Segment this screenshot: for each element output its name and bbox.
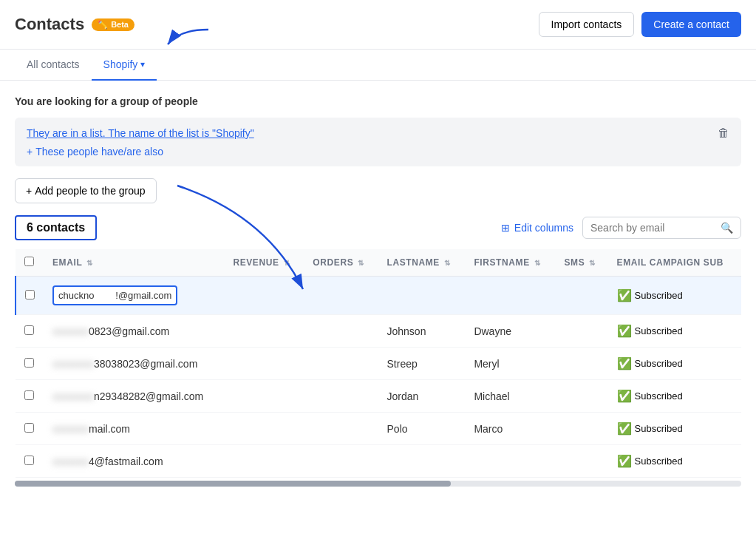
row-checkbox-cell[interactable] [16,315,44,348]
row-lastname-cell: Polo [378,413,466,445]
scrollbar-thumb[interactable] [15,481,451,487]
search-box: 🔍 [582,217,741,239]
row-revenue-cell [224,348,304,380]
row-checkbox[interactable] [24,358,34,368]
sort-sms-icon[interactable]: ⇅ [589,259,596,267]
columns-icon: ⊞ [501,222,510,234]
check-circle-icon: ✅ [617,422,632,436]
sort-lastname-icon[interactable]: ⇅ [444,259,451,267]
check-circle-icon: ✅ [617,288,632,302]
pencil-icon: ✏️ [98,20,108,30]
horizontal-scrollbar[interactable] [15,481,741,487]
row-email-cell[interactable]: xxxxxxxmail.com [44,413,224,445]
create-contact-button[interactable]: Create a contact [641,12,741,37]
subscribed-badge: ✅ Subscribed [617,422,732,436]
row-email-cell[interactable]: xxxxxxx0823@gmail.com [44,315,224,348]
row-firstname-cell [465,445,555,478]
table-row: chuckno !@gmail.com ✅ Subscribed [16,277,741,315]
email-value: xxxxxxx [52,456,89,467]
subscribed-badge: ✅ Subscribed [617,324,732,338]
subscribed-badge: ✅ Subscribed [617,288,732,302]
filter-also[interactable]: + These people have/are also [27,146,729,158]
row-sms-cell [555,348,607,380]
sort-email-icon[interactable]: ⇅ [86,259,93,267]
subscribed-badge: ✅ Subscribed [617,389,732,403]
tab-shopify[interactable]: Shopify ▾ [92,50,157,81]
row-revenue-cell [224,380,304,413]
row-checkbox-cell[interactable] [16,413,44,445]
row-revenue-cell [224,315,304,348]
row-checkbox-cell[interactable] [16,445,44,478]
col-orders: ORDERS ⇅ [304,249,378,277]
row-lastname-cell [378,277,466,315]
email-value: xxxxxxx [52,423,89,435]
select-all-checkbox[interactable] [24,257,34,266]
table-row: xxxxxxxmail.com Polo Marco ✅ Subscribed [16,413,741,445]
email-domain: 4@fastmail.com [89,456,163,467]
header-actions: Import contacts Create a contact [539,12,741,37]
row-email-cell[interactable]: chuckno !@gmail.com [44,277,224,315]
row-orders-cell [304,380,378,413]
contacts-row: 6 contacts ⊞ Edit columns 🔍 [15,215,741,240]
delete-filter-button[interactable]: 🗑 [718,126,729,140]
row-email-cell[interactable]: xxxxxxxx38038023@gmail.com [44,348,224,380]
check-circle-icon: ✅ [617,389,632,403]
filter-link[interactable]: They are in a list. The name of the list… [27,127,254,139]
row-email-cell[interactable]: xxxxxxxxn29348282@gmail.com [44,380,224,413]
check-circle-icon: ✅ [617,356,632,370]
row-checkbox-cell[interactable] [16,277,44,315]
table-row: xxxxxxx4@fastmail.com ✅ Subscribed [16,445,741,478]
row-checkbox[interactable] [24,325,34,335]
row-revenue-cell [224,413,304,445]
select-all-header[interactable] [16,249,44,277]
row-checkbox[interactable] [24,456,34,465]
row-checkbox-cell[interactable] [16,348,44,380]
row-sms-cell [555,413,607,445]
col-lastname: LASTNAME ⇅ [378,249,466,277]
row-orders-cell [304,277,378,315]
row-checkbox[interactable] [24,390,34,400]
add-people-button[interactable]: + Add people to the group [15,178,157,203]
chevron-down-icon: ▾ [140,59,145,70]
row-status-cell: ✅ Subscribed [608,413,741,445]
subscribed-badge: ✅ Subscribed [617,356,732,370]
sort-orders-icon[interactable]: ⇅ [358,259,364,267]
email-value: xxxxxxxx [52,358,94,370]
tab-all-contacts[interactable]: All contacts [15,50,92,81]
table-header-row: EMAIL ⇅ REVENUE ⇅ ORDERS ⇅ LASTNAME [16,249,741,277]
edit-columns-button[interactable]: ⊞ Edit columns [501,222,573,234]
app-title: Contacts [15,15,84,34]
row-firstname-cell: Dwayne [465,315,555,348]
header: Contacts ✏️ Beta Import contacts Create … [0,0,756,50]
section-title: You are looking for a group of people [15,95,741,107]
row-lastname-cell: Johnson [378,315,466,348]
row-firstname-cell: Michael [465,380,555,413]
col-sms: SMS ⇅ [555,249,607,277]
search-input[interactable] [590,222,716,234]
subscribed-badge: ✅ Subscribed [617,454,732,468]
sort-revenue-icon[interactable]: ⇅ [284,259,290,267]
email-domain: n29348282@gmail.com [94,390,203,402]
search-icon: 🔍 [721,222,733,234]
row-firstname-cell: Meryl [465,348,555,380]
row-checkbox-cell[interactable] [16,380,44,413]
row-checkbox[interactable] [24,423,34,433]
row-orders-cell [304,315,378,348]
email-domain: 38038023@gmail.com [94,358,197,370]
email-domain: 0823@gmail.com [89,325,169,337]
row-sms-cell [555,315,607,348]
row-status-cell: ✅ Subscribed [608,348,741,380]
import-contacts-button[interactable]: Import contacts [539,12,635,37]
main-content: You are looking for a group of people Th… [0,81,756,501]
actions-row: + Add people to the group [15,178,741,203]
right-controls: ⊞ Edit columns 🔍 [501,217,741,239]
row-lastname-cell [378,445,466,478]
col-firstname: FIRSTNAME ⇅ [465,249,555,277]
row-status-cell: ✅ Subscribed [608,445,741,478]
sort-firstname-icon[interactable]: ⇅ [534,259,541,267]
filter-box: They are in a list. The name of the list… [15,118,741,166]
row-email-cell[interactable]: xxxxxxx4@fastmail.com [44,445,224,478]
row-orders-cell [304,413,378,445]
row-checkbox[interactable] [25,290,35,299]
col-email: EMAIL ⇅ [44,249,224,277]
